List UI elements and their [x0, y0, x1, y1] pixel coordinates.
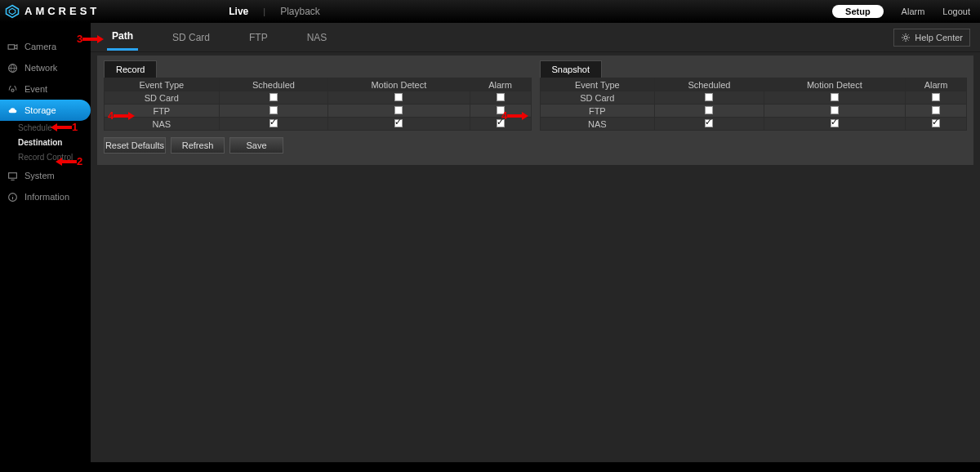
table-row: NAS [105, 118, 532, 131]
svg-point-7 [904, 36, 907, 39]
sidebar-item-system[interactable]: System [0, 165, 91, 186]
record-table-wrap: Record Event Type Scheduled Motion Detec… [104, 60, 532, 131]
svg-rect-5 [8, 172, 16, 178]
row-label: SD Card [105, 91, 220, 105]
checkbox[interactable] [932, 119, 940, 127]
table-row: FTP [105, 105, 532, 118]
sidebar-sub-destination[interactable]: Destination [0, 136, 91, 150]
footer [0, 462, 980, 472]
sidebar-item-information[interactable]: Information [0, 186, 91, 207]
checkbox[interactable] [270, 106, 278, 114]
checkbox[interactable] [705, 119, 713, 127]
row-label: FTP [540, 105, 655, 118]
tab-playback[interactable]: Playback [265, 0, 335, 23]
subtab-path[interactable]: Path [107, 24, 138, 51]
col-motion: Motion Detect [764, 78, 905, 91]
sidebar-item-label: System [24, 171, 55, 180]
sidebar-item-label: Camera [24, 42, 56, 51]
col-event-type: Event Type [105, 78, 220, 91]
sidebar-item-network[interactable]: Network [0, 57, 91, 78]
help-center-label: Help Center [915, 33, 963, 42]
logout-link[interactable]: Logout [942, 7, 970, 16]
svg-point-4 [11, 88, 13, 91]
table-row: FTP [540, 105, 967, 118]
checkbox[interactable] [497, 106, 505, 114]
reset-defaults-button[interactable]: Reset Defaults [104, 137, 166, 154]
sidebar-sub-record-control[interactable]: Record Control [0, 150, 91, 165]
info-icon [7, 191, 18, 203]
subtab-nas[interactable]: NAS [302, 25, 332, 50]
snapshot-table: Event Type Scheduled Motion Detect Alarm… [540, 78, 968, 131]
checkbox[interactable] [831, 106, 839, 114]
col-motion: Motion Detect [328, 78, 470, 91]
sidebar-item-event[interactable]: Event [0, 78, 91, 100]
col-alarm: Alarm [470, 78, 531, 91]
checkbox[interactable] [705, 93, 713, 101]
snapshot-table-wrap: Snapshot Event Type Scheduled Motion Det… [540, 60, 968, 131]
help-center-button[interactable]: Help Center [893, 29, 970, 47]
cloud-icon [7, 105, 18, 116]
checkbox[interactable] [932, 106, 940, 114]
checkbox[interactable] [705, 106, 713, 114]
row-label: FTP [105, 105, 220, 118]
checkbox[interactable] [394, 119, 403, 127]
logo-icon [5, 4, 20, 19]
col-scheduled: Scheduled [655, 78, 764, 91]
row-label: SD Card [540, 91, 655, 105]
checkbox[interactable] [270, 93, 278, 101]
save-button[interactable]: Save [229, 137, 283, 154]
svg-rect-2 [8, 44, 15, 48]
setup-button[interactable]: Setup [832, 5, 884, 18]
checkbox[interactable] [497, 93, 505, 101]
col-scheduled: Scheduled [219, 78, 327, 91]
checkbox[interactable] [394, 93, 403, 101]
alarm-link[interactable]: Alarm [902, 7, 925, 16]
gear-icon [901, 33, 911, 42]
sidebar-item-camera[interactable]: Camera [0, 36, 91, 57]
subtab-ftp[interactable]: FTP [244, 25, 273, 50]
row-label: NAS [540, 118, 655, 131]
table-row: SD Card [105, 91, 532, 105]
sidebar-item-storage[interactable]: Storage [0, 100, 91, 121]
network-icon [7, 62, 18, 73]
sidebar-item-label: Network [24, 63, 57, 73]
sidebar-item-label: Event [24, 84, 47, 94]
checkbox[interactable] [270, 119, 278, 127]
sidebar-item-label: Information [24, 192, 69, 202]
camera-icon [7, 41, 18, 52]
event-icon [7, 83, 18, 95]
snapshot-caption: Snapshot [540, 60, 602, 78]
system-icon [7, 170, 18, 181]
refresh-button[interactable]: Refresh [171, 137, 225, 154]
checkbox[interactable] [831, 93, 839, 101]
table-row: NAS [540, 118, 967, 131]
brand-logo: AMCREST [5, 4, 100, 19]
table-row: SD Card [540, 91, 967, 105]
row-label: NAS [105, 118, 220, 131]
sidebar: Camera Network Event Storage Schedule De… [0, 23, 91, 472]
checkbox[interactable] [831, 119, 839, 127]
content-area: Path SD Card FTP NAS Help Center Record [91, 23, 980, 472]
sidebar-item-label: Storage [24, 105, 56, 115]
brand-text: AMCREST [24, 5, 100, 17]
checkbox[interactable] [932, 93, 940, 101]
svg-marker-1 [9, 8, 16, 15]
checkbox[interactable] [497, 119, 505, 127]
col-alarm: Alarm [906, 78, 967, 91]
record-caption: Record [104, 60, 157, 78]
checkbox[interactable] [394, 106, 403, 114]
sidebar-sub-schedule[interactable]: Schedule [0, 121, 91, 136]
col-event-type: Event Type [540, 78, 655, 91]
subtab-sdcard[interactable]: SD Card [167, 25, 215, 50]
tab-live[interactable]: Live [214, 0, 263, 23]
svg-marker-0 [7, 5, 19, 17]
record-table: Event Type Scheduled Motion Detect Alarm… [104, 78, 532, 131]
